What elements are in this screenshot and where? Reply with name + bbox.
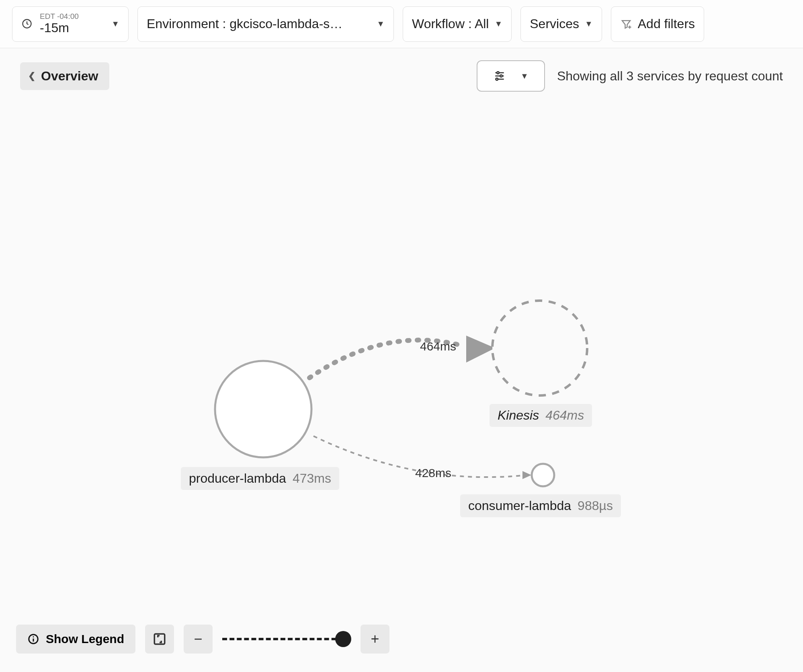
timezone-label: EDT -04:00 bbox=[40, 12, 79, 21]
services-dropdown[interactable]: Services ▼ bbox=[520, 6, 602, 42]
service-map-canvas: 464ms 428ms producer-lambda 473ms Kinesi… bbox=[0, 0, 803, 672]
node-label-producer[interactable]: producer-lambda 473ms bbox=[181, 467, 339, 490]
edge-latency-consumer: 428ms bbox=[415, 466, 451, 480]
info-icon bbox=[27, 633, 39, 645]
caret-down-icon: ▼ bbox=[585, 19, 593, 29]
services-count-text: Showing all 3 services by request count bbox=[557, 69, 783, 84]
overview-back-button[interactable]: ❮ Overview bbox=[20, 62, 109, 90]
edge-producer-consumer[interactable] bbox=[313, 436, 526, 477]
slider-thumb[interactable] bbox=[335, 631, 351, 647]
filter-add-icon bbox=[620, 18, 632, 30]
environment-prefix: Environment : bbox=[147, 16, 226, 31]
caret-down-icon: ▼ bbox=[377, 19, 385, 29]
node-latency: 464ms bbox=[545, 408, 584, 423]
minus-icon: − bbox=[194, 631, 202, 647]
clock-icon bbox=[21, 18, 33, 29]
add-filters-button[interactable]: Add filters bbox=[611, 6, 704, 42]
environment-value: gkcisco-lambda-s… bbox=[229, 16, 342, 31]
environment-dropdown[interactable]: Environment : gkcisco-lambda-s… ▼ bbox=[137, 6, 394, 42]
arrowhead-icon bbox=[466, 336, 495, 363]
node-name: producer-lambda bbox=[189, 471, 286, 486]
time-range-picker[interactable]: EDT -04:00 -15m ▼ bbox=[12, 6, 129, 42]
svg-point-9 bbox=[33, 636, 34, 637]
edge-producer-kinesis[interactable] bbox=[309, 340, 462, 378]
node-latency: 988µs bbox=[578, 498, 613, 513]
node-name: consumer-lambda bbox=[468, 498, 571, 513]
svg-point-5 bbox=[500, 75, 502, 77]
caret-down-icon: ▼ bbox=[111, 19, 119, 29]
view-settings-dropdown[interactable]: ▼ bbox=[477, 60, 545, 92]
time-range-value: -15m bbox=[40, 21, 79, 35]
zoom-slider[interactable] bbox=[222, 625, 351, 654]
workflow-value: All bbox=[475, 16, 489, 31]
chevron-left-icon: ❮ bbox=[28, 71, 35, 81]
plus-icon: + bbox=[371, 631, 379, 647]
svg-point-6 bbox=[496, 78, 498, 80]
overview-label: Overview bbox=[41, 69, 98, 84]
node-consumer-lambda[interactable] bbox=[532, 464, 554, 486]
caret-down-icon: ▼ bbox=[520, 72, 529, 81]
add-filters-label: Add filters bbox=[638, 16, 695, 31]
arrowhead-icon bbox=[522, 471, 531, 479]
caret-down-icon: ▼ bbox=[494, 19, 502, 29]
node-latency: 473ms bbox=[293, 471, 331, 486]
map-controls: Show Legend − + bbox=[16, 625, 389, 654]
workflow-dropdown[interactable]: Workflow : All ▼ bbox=[403, 6, 512, 42]
fit-to-screen-button[interactable] bbox=[145, 625, 174, 654]
svg-point-4 bbox=[497, 72, 499, 74]
zoom-out-button[interactable]: − bbox=[184, 625, 213, 654]
zoom-in-button[interactable]: + bbox=[361, 625, 389, 654]
node-name: Kinesis bbox=[498, 408, 539, 423]
legend-label: Show Legend bbox=[46, 632, 124, 646]
workflow-prefix: Workflow : bbox=[412, 16, 472, 31]
slider-track bbox=[222, 638, 351, 640]
sub-header: ❮ Overview ▼ Showing all 3 services by r… bbox=[0, 60, 803, 92]
node-producer-lambda[interactable] bbox=[215, 361, 311, 457]
fullscreen-icon bbox=[153, 632, 166, 646]
filter-bar: EDT -04:00 -15m ▼ Environment : gkcisco-… bbox=[0, 0, 803, 48]
node-label-consumer[interactable]: consumer-lambda 988µs bbox=[460, 494, 621, 517]
sliders-icon bbox=[493, 70, 506, 82]
services-label: Services bbox=[530, 16, 579, 31]
show-legend-button[interactable]: Show Legend bbox=[16, 625, 135, 654]
node-label-kinesis[interactable]: Kinesis 464ms bbox=[490, 404, 592, 427]
node-kinesis[interactable] bbox=[492, 301, 587, 395]
